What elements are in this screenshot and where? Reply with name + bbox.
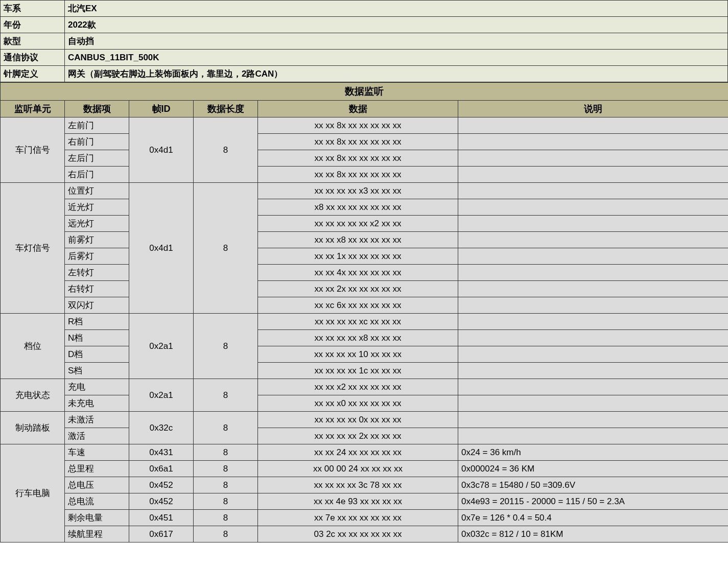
frameid-cell: 0x4d1 (129, 117, 194, 183)
len-cell: 8 (194, 444, 258, 461)
data-cell: xx xx 8x xx xx xx xx xx (258, 167, 458, 183)
col-note: 说明 (458, 101, 729, 117)
item-cell: 后雾灯 (65, 248, 129, 265)
len-cell: 8 (194, 477, 258, 493)
note-cell (458, 412, 729, 428)
note-cell: 0x000024 = 36 KM (458, 461, 729, 477)
item-cell: 总电压 (65, 477, 129, 493)
note-cell: 0x4e93 = 20115 - 20000 = 115 / 50 = 2.3A (458, 493, 729, 510)
label-pindef: 针脚定义 (1, 66, 65, 82)
note-cell (458, 117, 729, 134)
col-len: 数据长度 (194, 101, 258, 117)
len-cell: 8 (194, 183, 258, 314)
data-cell: xx xx 1x xx xx xx xx xx (258, 248, 458, 265)
unit-cell: 车灯信号 (1, 183, 65, 314)
item-cell: R档 (65, 314, 129, 330)
unit-cell: 制动踏板 (1, 412, 65, 444)
data-cell: xx xx xx xx 3c 78 xx xx (258, 477, 458, 493)
item-cell: 激活 (65, 428, 129, 444)
note-cell (458, 330, 729, 346)
label-year: 年份 (1, 17, 65, 33)
data-cell: xx xx xx xx 10 xx xx xx (258, 346, 458, 363)
item-cell: 右后门 (65, 167, 129, 183)
frameid-cell: 0x6a1 (129, 461, 194, 477)
frameid-cell: 0x452 (129, 493, 194, 510)
label-series: 车系 (1, 1, 65, 17)
len-cell: 8 (194, 461, 258, 477)
label-protocol: 通信协议 (1, 50, 65, 66)
section-title: 数据监听 (1, 83, 729, 101)
data-cell: xx 7e xx xx xx xx xx xx (258, 510, 458, 526)
note-cell (458, 150, 729, 167)
note-cell (458, 167, 729, 183)
item-cell: 总里程 (65, 461, 129, 477)
item-cell: 双闪灯 (65, 297, 129, 314)
data-cell: xx xx xx xx 2x xx xx xx (258, 428, 458, 444)
note-cell (458, 314, 729, 330)
item-cell: 远光灯 (65, 216, 129, 232)
frameid-cell: 0x2a1 (129, 314, 194, 379)
item-cell: 右前门 (65, 134, 129, 150)
note-cell (458, 395, 729, 412)
unit-cell: 充电状态 (1, 379, 65, 412)
value-year: 2022款 (65, 17, 728, 33)
item-cell: D档 (65, 346, 129, 363)
data-cell: xx xx 8x xx xx xx xx xx (258, 117, 458, 134)
item-cell: 近光灯 (65, 199, 129, 216)
data-cell: xx xx x0 xx xx xx xx xx (258, 395, 458, 412)
frameid-cell: 0x617 (129, 526, 194, 543)
note-cell (458, 216, 729, 232)
data-cell: xx 00 00 24 xx xx xx xx (258, 461, 458, 477)
note-cell (458, 248, 729, 265)
len-cell: 8 (194, 412, 258, 444)
data-cell: xx xx 4e 93 xx xx xx xx (258, 493, 458, 510)
note-cell: 0x032c = 812 / 10 = 81KM (458, 526, 729, 543)
item-cell: 左前门 (65, 117, 129, 134)
data-cell: xx xx 8x xx xx xx xx xx (258, 134, 458, 150)
item-cell: 未充电 (65, 395, 129, 412)
col-unit: 监听单元 (1, 101, 65, 117)
col-item: 数据项 (65, 101, 129, 117)
item-cell: 剩余电量 (65, 510, 129, 526)
data-cell: xx xx xx xx 1c xx xx xx (258, 363, 458, 379)
item-cell: 左后门 (65, 150, 129, 167)
unit-cell: 行车电脑 (1, 444, 65, 543)
vehicle-header-table: 车系 北汽EX 年份 2022款 款型 自动挡 通信协议 CANBUS_11BI… (0, 0, 728, 82)
data-cell: xx xx x8 xx xx xx xx xx (258, 232, 458, 248)
note-cell (458, 379, 729, 395)
note-cell (458, 346, 729, 363)
data-cell: xx xx x2 xx xx xx xx xx (258, 379, 458, 395)
note-cell (458, 265, 729, 281)
note-cell (458, 199, 729, 216)
data-monitor-table: 数据监听 监听单元 数据项 帧ID 数据长度 数据 说明 车门信号左前门0x4d… (0, 82, 728, 543)
frameid-cell: 0x451 (129, 510, 194, 526)
data-cell: xx xx xx xx x3 xx xx xx (258, 183, 458, 199)
note-cell (458, 281, 729, 297)
data-cell: xx xx 8x xx xx xx xx xx (258, 150, 458, 167)
value-series: 北汽EX (65, 1, 728, 17)
data-cell: xx xx 4x xx xx xx xx xx (258, 265, 458, 281)
item-cell: 总电流 (65, 493, 129, 510)
data-cell: x8 xx xx xx xx xx xx xx (258, 199, 458, 216)
item-cell: 前雾灯 (65, 232, 129, 248)
data-cell: xx xc 6x xx xx xx xx xx (258, 297, 458, 314)
len-cell: 8 (194, 510, 258, 526)
label-trim: 款型 (1, 33, 65, 50)
unit-cell: 档位 (1, 314, 65, 379)
value-trim: 自动挡 (65, 33, 728, 50)
note-cell (458, 134, 729, 150)
data-cell: xx xx 24 xx xx xx xx xx (258, 444, 458, 461)
frameid-cell: 0x32c (129, 412, 194, 444)
note-cell: 0x7e = 126 * 0.4 = 50.4 (458, 510, 729, 526)
note-cell: 0x24 = 36 km/h (458, 444, 729, 461)
data-cell: 03 2c xx xx xx xx xx xx (258, 526, 458, 543)
data-cell: xx xx xx xx xx x2 xx xx (258, 216, 458, 232)
note-cell (458, 232, 729, 248)
len-cell: 8 (194, 493, 258, 510)
len-cell: 8 (194, 526, 258, 543)
col-data: 数据 (258, 101, 458, 117)
frameid-cell: 0x2a1 (129, 379, 194, 412)
data-cell: xx xx xx xx xc xx xx xx (258, 314, 458, 330)
item-cell: 右转灯 (65, 281, 129, 297)
len-cell: 8 (194, 117, 258, 183)
